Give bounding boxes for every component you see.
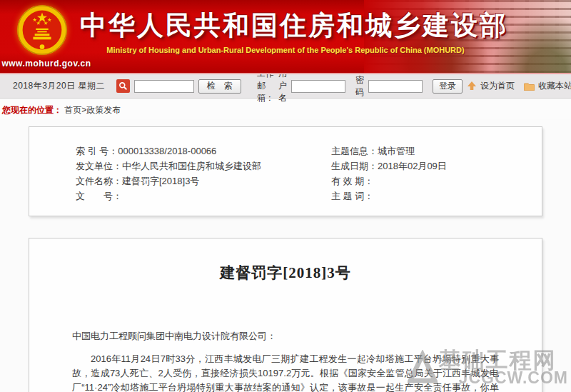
national-emblem-icon — [16, 4, 69, 56]
site-subtitle-en: Ministry of Housing and Urban-Rural Deve… — [86, 46, 485, 54]
document-paragraph: 2016年11月24日7时33分，江西丰城发电厂三期扩建工程发生一起冷却塔施工平… — [72, 352, 499, 392]
toolbar: 2018年3月20日 星期二 检 索 工作邮箱： 用户名 密码 登录 设为首页 … — [0, 74, 571, 99]
breadcrumb-path[interactable]: 首页>政策发布 — [64, 105, 121, 115]
arrow-up-icon — [467, 81, 477, 91]
document-salutation: 中国电力工程顾问集团中南电力设计院有限公司： — [72, 330, 499, 343]
document-meta-box: 索 引 号：000013338/2018-00066 发文单位：中华人民共和国住… — [29, 126, 542, 216]
site-url: www.mohurd.gov.cn — [0, 59, 93, 69]
meta-column-right: 主题信息：城市管理 生成日期：2018年02月09日 有 效 期： 主 题 词： — [331, 146, 527, 216]
page: www.mohurd.gov.cn 中华人民共和国住房和城乡建设部 Minist… — [0, 0, 571, 392]
document-title: 建督罚字[2018]3号 — [72, 263, 499, 283]
password-input[interactable] — [368, 80, 423, 93]
search-button[interactable]: 检 索 — [198, 79, 241, 94]
date-text: 2018年3月20日 星期二 — [13, 80, 105, 92]
search-icon — [116, 79, 130, 93]
meta-row-index-number: 索 引 号：000013338/2018-00066 — [76, 146, 331, 156]
document-body-box: 建督罚字[2018]3号 中国电力工程顾问集团中南电力设计院有限公司： 2016… — [29, 238, 542, 392]
quick-links: 设为首页 收藏本站 — [467, 80, 571, 92]
meta-row-doc-number: 文 号： — [76, 191, 331, 201]
username-input[interactable] — [291, 80, 345, 93]
meta-row-issuing-unit: 发文单位：中华人民共和国住房和城乡建设部 — [76, 161, 331, 171]
login-button[interactable]: 登录 — [433, 79, 463, 94]
meta-column-left: 索 引 号：000013338/2018-00066 发文单位：中华人民共和国住… — [76, 146, 331, 216]
folder-icon — [524, 82, 535, 91]
meta-row-keywords: 主 题 词： — [331, 191, 527, 201]
site-title: 中华人民共和国住房和城乡建设部 — [80, 8, 501, 44]
meta-row-generated-date: 生成日期：2018年02月09日 — [331, 161, 527, 171]
set-homepage-link[interactable]: 设为首页 — [480, 80, 515, 92]
breadcrumb-prefix: 您现在的位置： — [2, 105, 62, 115]
meta-row-file-name: 文件名称：建督罚字[2018]3号 — [76, 176, 331, 186]
site-banner: www.mohurd.gov.cn 中华人民共和国住房和城乡建设部 Minist… — [0, 0, 571, 74]
emblem-area: www.mohurd.gov.cn — [0, 0, 93, 73]
search-input[interactable] — [134, 80, 194, 93]
bookmark-link[interactable]: 收藏本站 — [538, 80, 571, 92]
meta-row-validity: 有 效 期： — [331, 176, 527, 186]
meta-row-topic-info: 主题信息：城市管理 — [331, 146, 527, 156]
password-label: 密码 — [355, 74, 364, 99]
